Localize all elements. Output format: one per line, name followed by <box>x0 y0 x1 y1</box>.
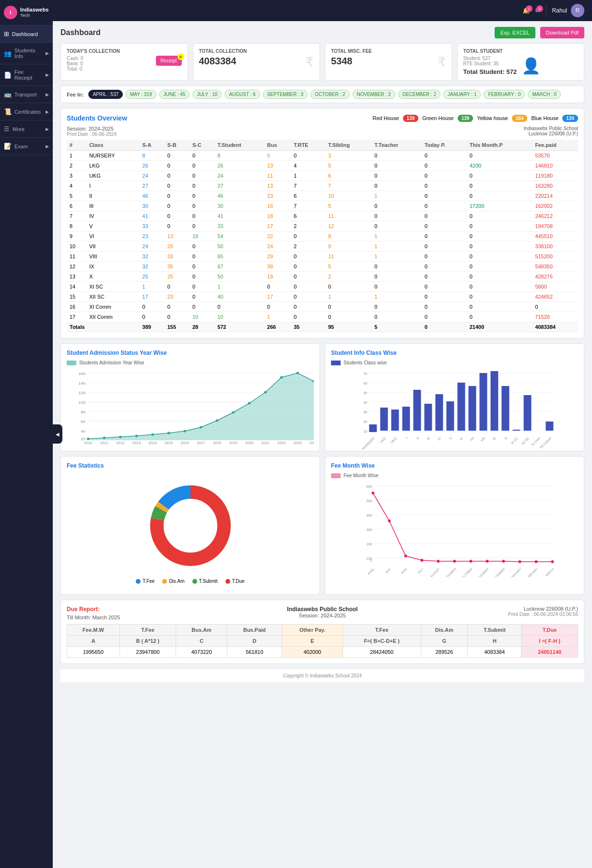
table-cell: 8 <box>140 151 165 161</box>
fee-month-june[interactable]: JUNE : 45 <box>159 90 190 99</box>
col-tteacher: T.Teacher <box>371 140 421 151</box>
table-cell: 65 <box>214 252 264 262</box>
table-cell: 18 <box>264 211 291 221</box>
table-cell: 3 <box>67 171 86 181</box>
content: Dashboard Exp. EXCEL Download Pdf TODAY'… <box>53 21 592 868</box>
table-cell: 32 <box>140 262 165 272</box>
table-cell: 1 <box>325 292 372 302</box>
table-cell: 0 <box>422 231 467 241</box>
due-col-otherpay: Other Pay. <box>282 625 343 636</box>
svg-point-121 <box>551 560 554 563</box>
svg-text:600: 600 <box>367 485 372 488</box>
chevron-icon: ▶ <box>46 72 49 77</box>
fee-month-jan[interactable]: JANUARY : 1 <box>443 90 481 99</box>
fee-month-april[interactable]: APRIL : 537 <box>88 90 123 99</box>
admission-legend-box <box>67 361 76 365</box>
svg-text:70: 70 <box>364 372 367 375</box>
table-cell: 0 <box>189 272 214 282</box>
table-row: 3UKG2400241116000119180 <box>67 171 578 181</box>
table-cell: 30 <box>214 201 264 211</box>
table-cell: 8 <box>67 221 86 231</box>
disam-dot <box>162 579 167 584</box>
due-val-tsubmit: 4083384 <box>468 647 521 658</box>
sidebar-item-more[interactable]: ☰ More ▶ <box>0 121 53 138</box>
admission-legend-label: Students Admission Year Wise <box>79 360 144 365</box>
due-col-tsubmit: T.Submit <box>468 625 521 636</box>
export-excel-button[interactable]: Exp. EXCEL <box>495 27 535 38</box>
total-student-title: TOTAL STUDENT <box>463 48 579 54</box>
user-name: Rahul <box>552 7 567 14</box>
svg-text:LKG: LKG <box>379 436 387 444</box>
svg-text:VIII: VIII <box>480 436 485 442</box>
svg-text:III: III <box>426 436 430 441</box>
sidebar-item-dashboard[interactable]: ⊞ Dashboard <box>0 25 53 43</box>
table-cell: 50 <box>214 272 264 282</box>
fee-month-oct[interactable]: OCTOBER : 2 <box>310 90 349 99</box>
green-house-badge: 139 <box>458 115 474 122</box>
house-badges: Red House 139 Green House 139 Yellow hou… <box>372 115 578 122</box>
notification-bell[interactable]: 🔔 2 <box>522 7 530 14</box>
stats-row: TODAY'S COLLECTION Cash: 0 Bank: 0 Total… <box>60 43 584 81</box>
table-cell: 0 <box>422 252 467 262</box>
disam-label: Dis.Am <box>169 579 184 584</box>
svg-text:APRIL: APRIL <box>367 567 375 576</box>
due-col-feemw: Fee.M.W <box>67 625 120 636</box>
totals-label: Totals <box>67 322 140 332</box>
fee-month-feb[interactable]: FEBRUARY : 0 <box>484 90 525 99</box>
messages-icon[interactable]: ✉ 3 <box>535 7 540 14</box>
svg-text:2015: 2015 <box>165 441 173 445</box>
table-cell: 1 <box>291 171 325 181</box>
school-location: Lucknow 226008 (U.P.) <box>524 131 578 136</box>
table-cell: XII SC <box>86 292 140 302</box>
fee-month-dec[interactable]: DECEMBER : 2 <box>398 90 441 99</box>
footer-text: Copyright © Indiaswebs School 2024 <box>283 673 362 678</box>
table-cell: 0 <box>467 181 533 191</box>
sidebar-item-certificates[interactable]: 📜 Certificates ▶ <box>0 103 53 121</box>
sidebar-item-fee[interactable]: 📄 Fee Receipt ▶ <box>0 64 53 86</box>
table-cell: 0 <box>189 241 214 252</box>
table-cell: 0 <box>325 312 372 322</box>
table-cell: I <box>86 181 140 191</box>
table-cell: 0 <box>189 292 214 302</box>
table-cell: 0 <box>467 282 533 292</box>
table-cell: 14 <box>67 282 86 292</box>
download-pdf-button[interactable]: Download Pdf <box>540 27 585 38</box>
table-row: 12IX32350673805000548350 <box>67 262 578 272</box>
table-cell: 17200 <box>467 201 533 211</box>
sidebar-toggle[interactable]: ◀ <box>53 424 62 444</box>
sidebar-item-students[interactable]: 👥 Students Info ▶ <box>0 43 53 64</box>
svg-text:0: 0 <box>370 559 372 562</box>
table-cell: 4200 <box>467 161 533 171</box>
table-cell: 2 <box>291 241 325 252</box>
table-cell: 548350 <box>532 262 578 272</box>
sidebar-item-transport[interactable]: 🚌 Transport ▶ <box>0 86 53 103</box>
total-collection-value: 4083384 <box>199 56 314 67</box>
table-cell: 0 <box>422 221 467 231</box>
fee-month-august[interactable]: AUGUST : 6 <box>225 90 260 99</box>
fee-month-sep[interactable]: SEPTEMBER : 3 <box>263 90 308 99</box>
students-overview-card: Students Overview Red House 139 Green Ho… <box>60 108 584 338</box>
table-cell: 41 <box>140 211 165 221</box>
svg-point-115 <box>453 560 456 563</box>
fee-month-nov[interactable]: NOVEMBER : 2 <box>353 90 395 99</box>
svg-point-117 <box>486 560 489 563</box>
fee-month-may[interactable]: MAY : 319 <box>126 90 156 99</box>
receipt-button[interactable]: Receipt 0 <box>156 56 182 66</box>
table-cell: 0 <box>189 211 214 221</box>
action-buttons: Exp. EXCEL Download Pdf <box>495 27 584 38</box>
notification-badge: 2 <box>526 5 533 12</box>
table-cell: 1 <box>67 151 86 161</box>
fee-month-march[interactable]: MARCH : 0 <box>528 90 561 99</box>
fee-month-legend-box <box>331 473 341 478</box>
table-cell: 0 <box>467 151 533 161</box>
table-cell: 12 <box>67 262 86 272</box>
table-cell: 25 <box>140 272 165 282</box>
due-label-i: I =( F-H ) <box>521 636 578 647</box>
sidebar-item-exam[interactable]: 📝 Exam ▶ <box>0 138 53 155</box>
table-cell: 246212 <box>532 211 578 221</box>
fee-month-july[interactable]: JULY : 10 <box>192 90 222 99</box>
table-cell: 15 <box>67 292 86 302</box>
total-todayp: 0 <box>422 322 467 332</box>
more-icon: ☰ <box>4 125 10 133</box>
svg-text:2020: 2020 <box>245 441 253 445</box>
